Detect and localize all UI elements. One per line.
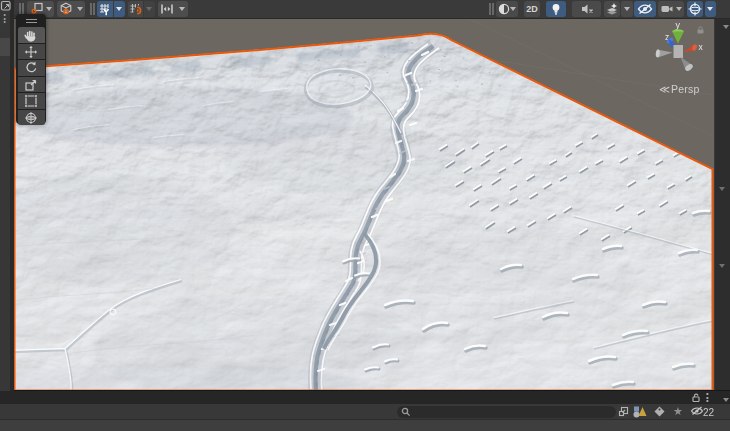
svg-text:≪: ≪ <box>659 83 670 95</box>
svg-text:x: x <box>699 42 704 52</box>
svg-text:Persp: Persp <box>671 83 699 95</box>
svg-text:y: y <box>676 20 681 30</box>
